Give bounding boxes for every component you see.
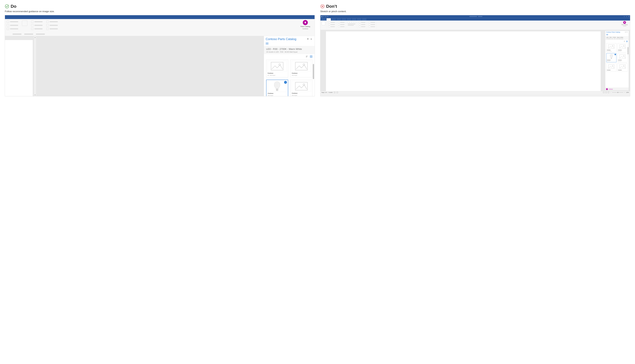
breadcrumb-subtitle: 16 results in LED - R30 - 60-65 Watt Equ… [606, 38, 628, 39]
addin-label-line2: Contoso [303, 28, 308, 30]
do-heading: Do [11, 4, 16, 9]
list-view-button[interactable] [624, 40, 625, 42]
document-page[interactable] [326, 31, 601, 92]
placeholder-thumbnail [607, 64, 616, 69]
card-subtitle: 65w Equal [268, 95, 287, 96]
ribbon-tab-home[interactable] [327, 18, 331, 20]
product-card[interactable]: Contoso60 - 65w Equal [606, 43, 616, 52]
status-icon[interactable] [334, 92, 335, 93]
product-card[interactable]: Contoso65w Equal✓ [606, 53, 616, 62]
card-subtitle: 65w Equal [607, 61, 616, 62]
addin-label-line1: Parts Catalog [621, 24, 628, 25]
card-subtitle: 65w Equal [618, 61, 627, 62]
document-page[interactable] [5, 40, 33, 96]
placeholder-thumbnail [268, 61, 287, 72]
placeholder-thumbnail [618, 64, 627, 69]
product-card[interactable]: Contoso65w Equal [290, 60, 312, 77]
placeholder-thumbnail [292, 61, 311, 72]
card-brand: Contoso [268, 72, 287, 74]
maximize-button[interactable]: □ [626, 16, 627, 17]
product-card[interactable]: Contoso [606, 63, 616, 72]
x-circle-icon [320, 4, 325, 8]
qat-more-icon[interactable]: ▾ [327, 16, 328, 17]
taskpane-scrollbar[interactable] [313, 64, 314, 79]
view-printlayout-button[interactable] [605, 92, 607, 93]
status-icon[interactable] [337, 92, 338, 93]
placeholder-thumbnail [618, 44, 627, 49]
zoom-out-button[interactable]: − [610, 92, 611, 93]
product-card[interactable]: Contoso65w Equal [617, 43, 628, 52]
ribbon-tab[interactable] [352, 18, 356, 20]
zoom-in-button[interactable]: + [624, 92, 625, 93]
close-button[interactable]: ✕ [628, 16, 629, 17]
card-brand: Contoso [618, 50, 627, 50]
product-card[interactable]: Contoso65w Equal [290, 80, 312, 96]
taskpane-title: Contoso Parts Catalog [606, 31, 625, 33]
dont-heading: Don't [326, 4, 337, 9]
do-subtitle: Follow recommended guidance on image siz… [5, 10, 315, 13]
check-icon: ✓ [284, 81, 287, 84]
view-readmode-button[interactable] [603, 92, 604, 93]
list-view-button[interactable] [306, 56, 308, 58]
taskpane-footer: C Contoso [605, 88, 629, 90]
card-brand: Contoso [268, 92, 287, 94]
save-icon[interactable]: ▤ [321, 16, 322, 17]
product-card[interactable]: Contoso65w Equal✓ [266, 80, 288, 96]
card-subtitle: 65w Equal [292, 75, 311, 76]
status-zoom: 100% [626, 92, 629, 93]
breadcrumb-subtitle: 16 results in LED - R30 - 60-65 Watt Equ… [266, 51, 312, 53]
view-weblayout-button[interactable] [608, 92, 609, 93]
word-window-full: ▤ ↶ ↻ ▾ — □ ✕ [320, 15, 630, 96]
minimize-button[interactable]: — [624, 16, 625, 17]
ribbon-tab[interactable] [357, 18, 361, 20]
title-bar: ▤ ↶ ↻ ▾ — □ ✕ [320, 15, 630, 18]
breadcrumb: LED - R30 - 2700K - Warm White 16 result… [264, 46, 315, 54]
addin-ribbon-button[interactable]: Parts Catalog Contoso [620, 21, 629, 26]
taskpane-close-button[interactable]: ✕ [626, 32, 628, 33]
ribbon-tabs [320, 18, 630, 20]
ribbon-tab[interactable] [362, 18, 366, 20]
card-subtitle: 65w Equal [618, 51, 627, 52]
task-pane: Contoso Parts Catalog ▾ ✕ LED - R30 - 27… [605, 31, 629, 90]
dont-subtitle: Stretch or pinch content. [320, 10, 630, 13]
status-words: 0 words [329, 92, 333, 93]
ribbon-tab[interactable] [347, 18, 351, 20]
grid-view-button[interactable] [626, 40, 628, 42]
breadcrumb-title: LED - R30 - 2700K - Warm White [266, 48, 312, 50]
product-card[interactable]: Contoso60 - 65w Equal [266, 60, 288, 77]
product-card[interactable]: Contoso65w Equal [617, 53, 628, 62]
grid-view-button[interactable] [310, 56, 312, 58]
card-brand: Contoso [607, 60, 616, 60]
ribbon-tab[interactable] [332, 18, 336, 20]
undo-icon[interactable]: ↶ [323, 16, 324, 17]
breadcrumb-title: LED - R30 - 2700K - Warm White [606, 37, 628, 38]
svg-point-9 [5, 4, 9, 8]
product-card[interactable]: Contoso [617, 63, 628, 72]
taskpane-close-button[interactable]: ✕ [310, 38, 313, 41]
ribbon-tab[interactable] [342, 18, 346, 20]
ribbon-tab[interactable] [337, 18, 341, 20]
addin-label-line2: Contoso [623, 26, 626, 26]
ribbon: Parts Catalog Contoso [5, 19, 315, 36]
hamburger-icon[interactable] [606, 34, 608, 35]
card-subtitle: 65w Equal [292, 95, 311, 96]
ribbon-tab-file[interactable] [321, 18, 326, 20]
placeholder-thumbnail [618, 54, 627, 59]
breadcrumb: LED - R30 - 2700K - Warm White 16 result… [605, 36, 629, 40]
lightbulb-icon [623, 21, 626, 24]
taskpane-menu-button[interactable]: ▼ [306, 38, 310, 41]
taskpane-menu-button[interactable]: ▾ [625, 32, 626, 33]
hamburger-icon[interactable] [266, 42, 269, 44]
taskpane-title: Contoso Parts Catalog [266, 37, 306, 41]
scrollbar-vertical[interactable]: ▲▼ [34, 36, 36, 96]
redo-icon[interactable]: ↻ [325, 16, 326, 17]
taskpane-footer-brand: Contoso [608, 88, 613, 90]
addin-ribbon-button[interactable]: Parts Catalog Contoso [298, 20, 312, 30]
task-pane: Contoso Parts Catalog ▼ ✕ LED - R30 - 27… [264, 36, 315, 96]
ribbon: Parts Catalog Contoso [320, 20, 630, 30]
addin-label-line1: Parts Catalog [301, 26, 310, 28]
placeholder-thumbnail [607, 44, 616, 49]
zoom-slider[interactable] [612, 92, 623, 92]
title-bar [5, 15, 315, 19]
taskpane-scrollbar[interactable] [628, 47, 628, 54]
